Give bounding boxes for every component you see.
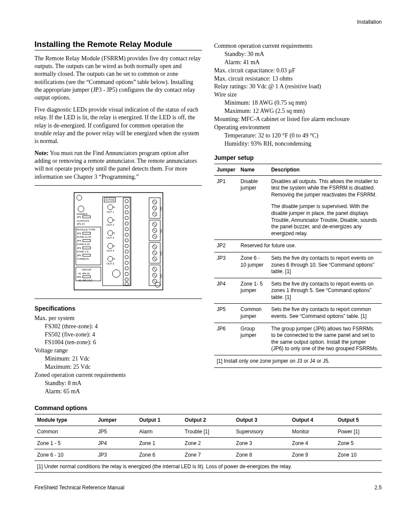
cmd-cell: Zone 1 (137, 437, 182, 449)
spec-line: FS302 (three-zone): 4 (45, 323, 202, 331)
svg-rect-18 (83, 247, 90, 249)
board-diagram: DISABLE JP1 OUTPUTS JP1 IN MODULE TYPE J… (34, 189, 202, 295)
svg-text:JP6: JP6 (77, 276, 81, 278)
cmd-cell: Power [1] (335, 426, 382, 437)
jumper-row: JP1Disable jumperDisables all outputs. T… (214, 175, 382, 201)
cmd-header: Jumper (96, 414, 137, 426)
svg-point-35 (108, 218, 113, 223)
cell-name: Zone 1- 5 jumper (238, 278, 268, 304)
svg-point-52 (125, 216, 128, 220)
svg-text:OUT 3: OUT 3 (106, 236, 114, 239)
spec-line: Minimum: 18 AWG (0.75 sq mm) (224, 99, 382, 107)
cell-jumper: JP2 (214, 240, 238, 252)
cell-desc: Sets the five dry contacts to report eve… (268, 278, 382, 304)
svg-line-85 (153, 251, 156, 255)
jumper-col-name: Name (238, 164, 268, 175)
svg-line-87 (153, 257, 156, 261)
cmd-cell: Zone 5 (335, 437, 382, 449)
right-column: Common operation current requirementsSta… (214, 40, 382, 398)
spec-line: Temperature: 32 to 120 °F (0 to 49 °C) (224, 132, 382, 140)
svg-point-63 (125, 278, 128, 281)
spec-line: Humidity: 93% RH, noncondensing (224, 140, 382, 148)
cmd-cell: Zone 10 (335, 449, 382, 460)
spec-line: Relay ratings: 30 Vdc @ 1 A (resistive l… (214, 83, 382, 91)
svg-text:ACTIVE: ACTIVE (105, 199, 115, 201)
figure-rule-top (34, 185, 202, 186)
cmd-row: Zone 6 - 10JP3Zone 6Zone 7Zone 8Zone 9Zo… (34, 449, 382, 460)
svg-text:ZONE 6-10: ZONE 6-10 (77, 243, 90, 246)
svg-line-83 (153, 245, 156, 249)
cell-jumper: JP5 (214, 304, 238, 323)
svg-rect-15 (83, 240, 90, 242)
footer-right: 2.5 (374, 485, 382, 491)
svg-point-1 (77, 195, 82, 200)
svg-point-49 (125, 199, 128, 203)
cmd-header: Module type (34, 414, 96, 426)
spec-line: Minimum: 21 Vdc (45, 355, 202, 363)
cmd-cell: Zone 3 (234, 437, 290, 449)
svg-text:TB2: TB2 (160, 251, 162, 256)
svg-text:OUT 5: OUT 5 (106, 262, 114, 265)
jumper-setup-heading: Jumper setup (214, 154, 382, 161)
left-column: Installing the Remote Relay Module The R… (34, 40, 202, 398)
spec-line: Operating environment (214, 124, 382, 132)
svg-text:COMMON: COMMON (77, 258, 89, 260)
svg-point-41 (108, 243, 113, 249)
intro-p1: The Remote Relay Module (FSRRM) provides… (34, 55, 202, 102)
svg-point-62 (125, 272, 128, 276)
svg-point-59 (125, 255, 128, 259)
cmd-cell: Zone 6 - 10 (34, 449, 96, 460)
svg-text:JP3: JP3 (77, 240, 81, 242)
cmd-header: Output 4 (290, 414, 335, 426)
svg-text:JP1 IN: JP1 IN (77, 223, 84, 225)
jumper-col-jumper: Jumper (214, 164, 238, 175)
jumper-row: JP5Common jumperSets the five dry contac… (214, 304, 382, 323)
svg-line-75 (153, 223, 156, 226)
spec-line: Mounting: MFC-A cabinet or listed fire a… (214, 115, 382, 124)
svg-point-56 (125, 239, 128, 242)
svg-point-50 (125, 205, 128, 208)
spec-line: Maximum: 25 Vdc (45, 363, 202, 371)
specifications-heading: Specifications (34, 305, 202, 312)
svg-line-95 (153, 280, 156, 283)
svg-text:GROUP: GROUP (82, 268, 91, 271)
svg-point-61 (125, 267, 128, 270)
svg-point-58 (125, 250, 128, 253)
svg-text:ZONE 1-5: ZONE 1-5 (77, 250, 89, 253)
cell-desc: Sets the five dry contacts to report com… (268, 304, 382, 323)
svg-text:JP5: JP5 (77, 254, 81, 257)
cmd-cell: JP3 (96, 449, 137, 460)
svg-text:ZONE 11-15: ZONE 11-15 (77, 236, 91, 238)
intro-p3: Note: You must run the Find Annunciators… (34, 149, 202, 181)
cmd-row: Zone 1 - 5JP4Zone 1Zone 2Zone 3Zone 4Zon… (34, 437, 382, 449)
jumper-row: JP4Zone 1- 5 jumperSets the five dry con… (214, 278, 382, 304)
spec-line: Wire size (214, 91, 382, 99)
page-title: Installing the Remote Relay Module (34, 40, 202, 50)
spec-line: Voltage range (34, 347, 202, 355)
cell-name: Group jumper (238, 323, 268, 355)
cell-name: Common jumper (238, 304, 268, 323)
cell-desc: The group jumper (JP6) allows two FSRRMs… (268, 323, 382, 355)
svg-text:OUT 4: OUT 4 (106, 249, 114, 252)
jumper-row: JP6Group jumperThe group jumper (JP6) al… (214, 323, 382, 355)
cmd-footnote: [1] Under normal conditions the relay is… (34, 460, 382, 472)
intro-p2: Five diagnostic LEDs provide visual indi… (34, 106, 202, 145)
header-section: Installation (357, 19, 382, 25)
spec-line: Standby: 30 mA (224, 50, 382, 59)
cmd-cell: Zone 4 (290, 437, 335, 449)
spec-line: Standby: 8 mA (45, 380, 202, 388)
svg-rect-12 (83, 232, 90, 234)
svg-rect-0 (74, 193, 163, 290)
page-header: Installation (34, 19, 382, 25)
cmd-cell: Trouble [1] (182, 426, 234, 437)
footer-left: FireShield Technical Reference Manual (34, 485, 125, 491)
svg-line-69 (153, 206, 156, 210)
cmd-cell: Zone 2 (182, 437, 234, 449)
svg-point-51 (125, 211, 128, 214)
spec-line: FS502 (five-zone): 4 (45, 331, 202, 339)
cell-name: Disable jumper (238, 175, 268, 201)
cmd-cell: Supervisory (234, 426, 290, 437)
svg-text:#2 JP6 OUT: #2 JP6 OUT (78, 279, 93, 282)
spec-line: Zoned operation current requirements (34, 371, 202, 380)
cmd-cell: Zone 7 (182, 449, 234, 460)
